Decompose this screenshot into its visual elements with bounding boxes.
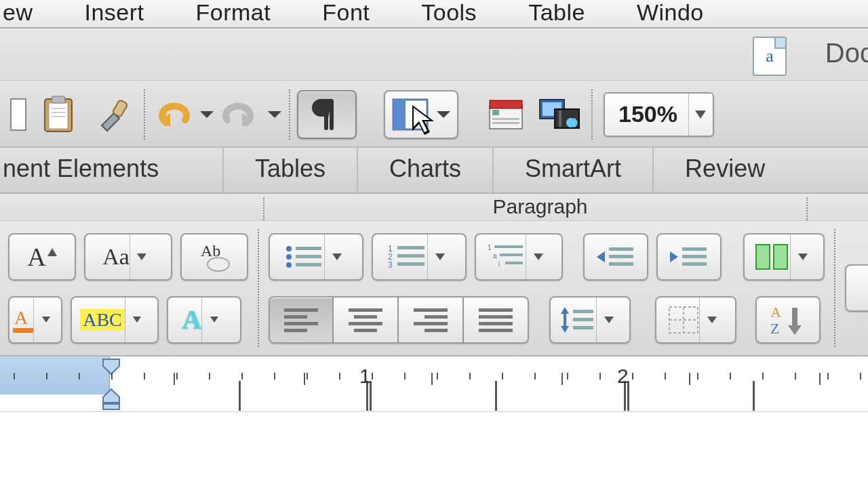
align-justify-button[interactable] bbox=[464, 296, 529, 344]
grow-font-button[interactable]: A bbox=[8, 233, 76, 281]
redo-button[interactable] bbox=[220, 90, 282, 139]
svg-rect-58 bbox=[609, 255, 633, 258]
dropdown-icon[interactable] bbox=[130, 235, 154, 279]
align-left-icon bbox=[284, 307, 318, 333]
zoom-dropdown[interactable] bbox=[688, 94, 713, 136]
svg-rect-7 bbox=[112, 99, 127, 117]
sidebar-icon bbox=[392, 98, 429, 131]
styles-group bbox=[837, 225, 868, 351]
change-case-button[interactable]: Aa bbox=[84, 233, 172, 281]
svg-rect-69 bbox=[284, 322, 318, 325]
svg-rect-88 bbox=[573, 326, 593, 329]
svg-rect-67 bbox=[284, 308, 318, 312]
toolbox-button[interactable] bbox=[481, 90, 530, 139]
numbering-button[interactable]: 1 2 3 bbox=[372, 233, 467, 281]
chevron-down-icon bbox=[695, 110, 706, 119]
text-direction-button[interactable] bbox=[743, 233, 825, 281]
dropdown-icon[interactable] bbox=[526, 235, 550, 279]
svg-rect-73 bbox=[349, 322, 382, 325]
columns-icon bbox=[753, 242, 790, 272]
dropdown-icon[interactable] bbox=[699, 298, 724, 342]
svg-rect-13 bbox=[490, 100, 522, 108]
undo-button[interactable] bbox=[152, 90, 214, 139]
svg-marker-98 bbox=[103, 359, 119, 374]
ribbon: A Aa Ab A ABC bbox=[0, 221, 868, 357]
dropdown-icon[interactable] bbox=[596, 298, 620, 342]
font-color-icon: A bbox=[13, 306, 33, 333]
align-center-button[interactable] bbox=[334, 296, 399, 344]
svg-marker-22 bbox=[695, 110, 706, 119]
document-title: Doc bbox=[825, 38, 868, 68]
svg-text:i: i bbox=[498, 260, 500, 268]
dropdown-icon[interactable] bbox=[33, 298, 58, 342]
svg-rect-46 bbox=[397, 262, 425, 266]
format-painter-button[interactable] bbox=[88, 90, 137, 139]
svg-rect-75 bbox=[414, 308, 448, 312]
clear-formatting-button[interactable]: Ab bbox=[180, 233, 248, 281]
paste-button[interactable] bbox=[34, 90, 83, 139]
align-right-button[interactable] bbox=[399, 296, 464, 344]
text-effects-button[interactable]: A bbox=[167, 296, 241, 344]
tab-tables[interactable]: Tables bbox=[224, 148, 358, 192]
paragraph-group: 1 2 3 1 a i bbox=[260, 225, 833, 351]
document-canvas[interactable] bbox=[0, 412, 868, 481]
clipboard-icon bbox=[39, 95, 77, 134]
hanging-indent-marker[interactable] bbox=[100, 388, 122, 411]
styles-button[interactable] bbox=[845, 264, 868, 312]
undo-icon bbox=[153, 100, 192, 129]
new-button[interactable] bbox=[8, 90, 28, 139]
menu-tools[interactable]: Tools bbox=[395, 0, 502, 28]
svg-rect-0 bbox=[11, 99, 26, 130]
multilevel-icon: 1 a i bbox=[488, 243, 526, 270]
highlight-sample: ABC bbox=[80, 309, 125, 331]
tab-charts[interactable]: Charts bbox=[358, 148, 494, 192]
align-center-icon bbox=[349, 307, 382, 333]
font-color-button[interactable]: A bbox=[8, 296, 62, 344]
svg-rect-72 bbox=[354, 315, 377, 319]
align-left-button[interactable] bbox=[269, 296, 334, 344]
svg-marker-31 bbox=[42, 317, 50, 323]
svg-marker-32 bbox=[133, 317, 141, 323]
zoom-control[interactable]: 150% bbox=[604, 92, 714, 137]
ruler-margin bbox=[0, 357, 110, 394]
dropdown-icon[interactable] bbox=[427, 235, 452, 279]
horizontal-ruler[interactable]: [] 1 2 bbox=[0, 357, 868, 412]
group-paragraph-label: Paragraph bbox=[492, 195, 587, 218]
dropdown-icon[interactable] bbox=[790, 235, 814, 279]
svg-rect-49 bbox=[494, 245, 523, 248]
line-spacing-button[interactable] bbox=[549, 296, 631, 344]
separator bbox=[144, 89, 145, 140]
svg-marker-25 bbox=[47, 248, 57, 256]
decrease-indent-button[interactable] bbox=[583, 233, 648, 281]
dropdown-icon[interactable] bbox=[324, 235, 349, 279]
menu-insert[interactable]: Insert bbox=[58, 0, 170, 28]
align-justify-icon bbox=[479, 307, 513, 333]
sidebar-button[interactable] bbox=[384, 90, 458, 139]
menu-font[interactable]: Font bbox=[296, 0, 395, 28]
svg-rect-14 bbox=[492, 110, 499, 115]
dropdown-icon[interactable] bbox=[125, 298, 149, 342]
sort-button[interactable]: A Z bbox=[755, 296, 821, 344]
borders-button[interactable] bbox=[655, 296, 736, 344]
highlight-button[interactable]: ABC bbox=[71, 296, 159, 344]
tab-document-elements[interactable]: nent Elements bbox=[0, 148, 224, 192]
increase-indent-button[interactable] bbox=[656, 233, 722, 281]
align-right-icon bbox=[414, 307, 448, 333]
show-hide-button[interactable] bbox=[297, 90, 357, 139]
menu-view[interactable]: ew bbox=[0, 0, 58, 28]
media-browser-button[interactable] bbox=[536, 90, 585, 139]
svg-point-36 bbox=[286, 254, 292, 260]
bullets-button[interactable] bbox=[269, 233, 363, 281]
svg-rect-82 bbox=[479, 329, 513, 332]
document-icon: a bbox=[753, 37, 787, 76]
menu-format[interactable]: Format bbox=[170, 0, 297, 28]
multilevel-list-button[interactable]: 1 a i bbox=[475, 233, 563, 281]
dropdown-icon[interactable] bbox=[201, 298, 226, 342]
menu-table[interactable]: Table bbox=[502, 0, 611, 28]
svg-marker-89 bbox=[604, 317, 614, 323]
tab-review[interactable]: Review bbox=[654, 148, 796, 192]
tab-smartart[interactable]: SmartArt bbox=[494, 148, 654, 192]
menu-window[interactable]: Windo bbox=[611, 0, 730, 28]
svg-rect-78 bbox=[425, 329, 448, 332]
svg-rect-80 bbox=[479, 315, 513, 319]
